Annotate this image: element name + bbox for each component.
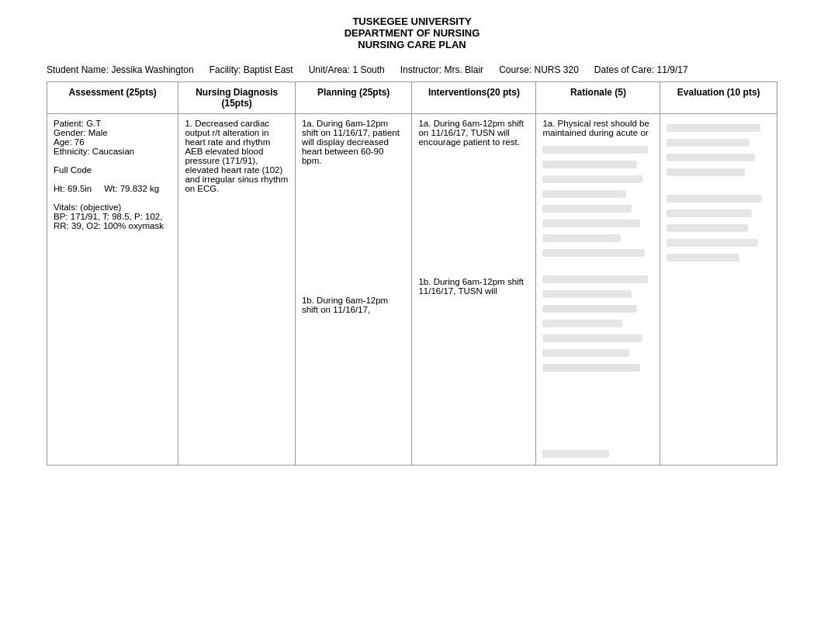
header-diagnosis: Nursing Diagnosis (15pts): [178, 82, 296, 114]
interventions-cell: 1a. During 6am-12pm shift on 11/16/17, T…: [412, 114, 536, 466]
header-evaluation: Evaluation (10 pts): [660, 82, 777, 114]
care-plan-table: Assessment (25pts) Nursing Diagnosis (15…: [47, 81, 777, 466]
vitals-values: BP: 171/91, T: 98.5, P: 102, RR: 39, O2:…: [54, 212, 171, 230]
planning-1b: 1b. During 6am-12pm shift on 11/16/17,: [302, 296, 406, 314]
patient-name: Patient: G.T: [54, 119, 171, 128]
page-header: TUSKEGEE UNIVERSITY DEPARTMENT OF NURSIN…: [0, 0, 824, 58]
patient-gender: Gender: Male: [54, 128, 171, 137]
planning-cell: 1a. During 6am-12pm shift on 11/16/17, p…: [295, 114, 412, 466]
vitals-label: Vitals: (objective): [54, 203, 171, 212]
instructor: Instructor: Mrs. Blair: [400, 64, 483, 75]
intervention-1a: 1a. During 6am-12pm shift on 11/16/17, T…: [418, 119, 529, 147]
diagnosis-cell: 1. Decreased cardiac output r/t alterati…: [178, 114, 296, 466]
assessment-cell: Patient: G.T Gender: Male Age: 76 Ethnic…: [47, 114, 178, 466]
university-name: TUSKEGEE UNIVERSITY: [0, 16, 824, 27]
header-planning: Planning (25pts): [295, 82, 412, 114]
unit-area: Unit/Area: 1 South: [309, 64, 385, 75]
department-name: DEPARTMENT OF NURSING: [0, 27, 824, 39]
planning-1a: 1a. During 6am-12pm shift on 11/16/17, p…: [302, 119, 406, 165]
course: Course: NURS 320: [499, 64, 579, 75]
height: Ht: 69.5in: [54, 184, 92, 193]
plan-title: NURSING CARE PLAN: [0, 39, 824, 50]
dates-of-care: Dates of Care: 11/9/17: [594, 64, 688, 75]
full-code: Full Code: [54, 165, 171, 175]
intervention-1b: 1b. During 6am-12pm shift 11/16/17, TUSN…: [418, 277, 529, 296]
patient-ethnicity: Ethnicity: Caucasian: [54, 147, 171, 156]
header-rationale: Rationale (5): [536, 82, 660, 114]
header-assessment: Assessment (25pts): [47, 82, 178, 114]
student-name: Student Name: Jessika Washington: [47, 64, 194, 75]
rationale-cell: 1a. Physical rest should be maintained d…: [536, 114, 660, 466]
evaluation-cell: [660, 114, 777, 466]
table-row: Patient: G.T Gender: Male Age: 76 Ethnic…: [47, 114, 777, 466]
weight: Wt: 79.832 kg: [104, 184, 159, 193]
diagnosis-text: 1. Decreased cardiac output r/t alterati…: [185, 119, 289, 193]
rationale-1a-text: 1a. Physical rest should be maintained d…: [542, 119, 653, 137]
evaluation-blurred-section: [666, 122, 770, 264]
header-interventions: Interventions(20 pts): [412, 82, 536, 114]
student-info-bar: Student Name: Jessika Washington Facilit…: [0, 58, 824, 81]
rationale-blurred-section: [542, 144, 653, 460]
patient-age: Age: 76: [54, 137, 171, 147]
facility: Facility: Baptist East: [209, 64, 293, 75]
